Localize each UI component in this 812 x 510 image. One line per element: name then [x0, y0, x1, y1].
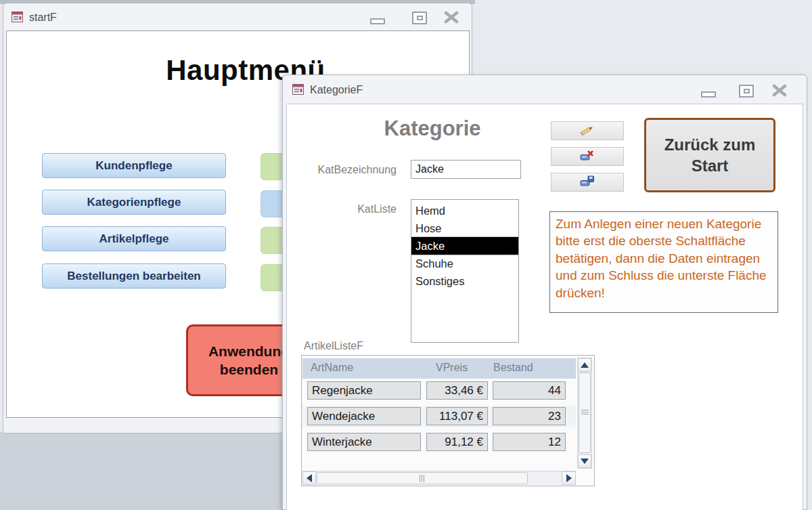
- kategorie-heading: Kategorie: [351, 116, 514, 141]
- column-header-artname[interactable]: ArtName: [311, 362, 353, 374]
- column-header-bestand[interactable]: Bestand: [493, 362, 533, 374]
- katliste-label: KatListe: [295, 203, 397, 215]
- scroll-right-icon[interactable]: [562, 471, 576, 485]
- artikelliste-subform: ArtName VPreis Bestand Regenjacke 33,46 …: [301, 355, 595, 486]
- column-header-vpreis[interactable]: VPreis: [436, 362, 468, 374]
- katliste-listbox[interactable]: Hemd Hose Jacke Schuhe Sonstiges: [411, 199, 519, 343]
- instruction-note: Zum Anlegen einer neuen Kategorie bitte …: [549, 211, 778, 313]
- vertical-scrollbar-thumb[interactable]: [579, 373, 591, 453]
- close-icon[interactable]: [771, 84, 788, 100]
- minimize-icon[interactable]: [370, 18, 385, 24]
- save-record-button[interactable]: [551, 173, 624, 192]
- pencil-icon: [579, 124, 595, 138]
- artikellistef-label: ArtikelListeF: [304, 340, 363, 352]
- cell-vpreis[interactable]: 113,07 €: [426, 407, 488, 425]
- subform-header-row: ArtName VPreis Bestand: [302, 358, 576, 379]
- list-item[interactable]: Schuhe: [411, 255, 518, 272]
- back-to-start-button[interactable]: Zurück zum Start: [644, 118, 775, 192]
- scroll-down-icon[interactable]: [578, 454, 591, 468]
- cell-bestand[interactable]: 44: [493, 381, 566, 400]
- cell-artname[interactable]: Wendejacke: [307, 407, 421, 425]
- form-icon: [12, 12, 23, 25]
- maximize-icon[interactable]: [739, 85, 754, 98]
- cell-artname[interactable]: Regenjacke: [307, 381, 421, 400]
- delete-record-icon: [579, 149, 595, 164]
- scroll-up-icon[interactable]: [578, 358, 591, 372]
- artikelpflege-button[interactable]: Artikelpflege: [42, 226, 226, 251]
- kategorief-form-body: Kategorie KatBezeichnung KatListe Hemd H…: [286, 104, 803, 510]
- minimize-icon[interactable]: [701, 91, 716, 98]
- cell-artname[interactable]: Winterjacke: [307, 433, 421, 451]
- kundenpflege-button[interactable]: Kundenpflege: [42, 153, 226, 178]
- katbezeichnung-label: KatBezeichnung: [295, 164, 397, 176]
- workspace-background: [0, 432, 284, 510]
- cell-vpreis[interactable]: 33,46 €: [426, 381, 488, 400]
- list-item[interactable]: Sonstiges: [411, 272, 518, 290]
- cell-bestand[interactable]: 12: [493, 433, 566, 451]
- thumb-grip: [581, 410, 589, 416]
- maximize-icon[interactable]: [412, 12, 427, 24]
- vertical-scrollbar[interactable]: [577, 358, 592, 469]
- kategorief-window-title: KategorieF: [310, 84, 363, 96]
- list-item[interactable]: Hose: [411, 219, 518, 237]
- cell-vpreis[interactable]: 91,12 €: [426, 433, 488, 451]
- save-record-icon: [579, 175, 595, 190]
- new-record-button[interactable]: [551, 121, 624, 140]
- table-row: Regenjacke 33,46 € 44: [302, 380, 576, 402]
- table-row: Wendejacke 113,07 € 23: [302, 406, 576, 427]
- cell-bestand[interactable]: 23: [493, 407, 566, 425]
- horizontal-scrollbar-thumb[interactable]: [317, 472, 528, 484]
- kategorienpflege-button[interactable]: Kategorienpflege: [42, 190, 226, 215]
- list-item[interactable]: Hemd: [411, 202, 518, 219]
- form-icon: [292, 84, 304, 98]
- katbezeichnung-input[interactable]: [411, 160, 521, 179]
- horizontal-scrollbar[interactable]: [302, 471, 576, 485]
- scroll-left-icon[interactable]: [302, 471, 316, 485]
- close-icon[interactable]: [443, 11, 459, 27]
- window-kategorief: KategorieF Kategorie KatBezeichnung KatL…: [282, 75, 807, 510]
- list-item-selected[interactable]: Jacke: [411, 237, 518, 255]
- delete-record-button[interactable]: [551, 147, 624, 166]
- thumb-grip: [420, 475, 426, 482]
- table-row: Winterjacke 91,12 € 12: [302, 431, 576, 453]
- startf-window-title: startF: [29, 12, 57, 24]
- bestellungen-button[interactable]: Bestellungen bearbeiten: [42, 263, 226, 289]
